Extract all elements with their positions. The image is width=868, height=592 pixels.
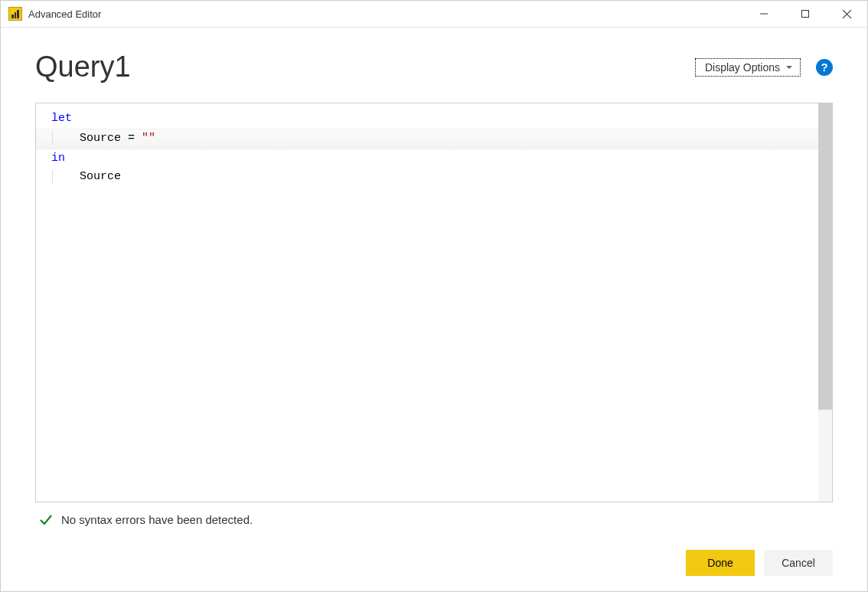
- code-editor[interactable]: letSource = ""inSource: [36, 103, 818, 502]
- code-line: in: [51, 149, 803, 168]
- app-icon: [8, 7, 22, 21]
- query-title: Query1: [35, 51, 131, 83]
- status-row: No syntax errors have been detected.: [35, 502, 833, 536]
- titlebar: Advanced Editor: [1, 1, 867, 28]
- minimize-icon: [759, 9, 768, 18]
- minimize-button[interactable]: [743, 1, 785, 27]
- code-line: Source = "": [36, 129, 818, 149]
- scrollbar-thumb[interactable]: [818, 103, 832, 410]
- chevron-down-icon: [786, 66, 792, 69]
- code-line: Source: [51, 168, 803, 187]
- code-line: let: [51, 110, 803, 129]
- close-button[interactable]: [826, 1, 867, 27]
- window-controls: [743, 1, 867, 27]
- close-icon: [842, 9, 852, 19]
- done-button[interactable]: Done: [686, 550, 755, 576]
- maximize-button[interactable]: [785, 1, 826, 27]
- maximize-icon: [801, 9, 810, 18]
- cancel-button[interactable]: Cancel: [764, 550, 833, 576]
- svg-rect-1: [802, 11, 809, 18]
- header-row: Query1 Display Options ?: [35, 51, 833, 83]
- display-options-dropdown[interactable]: Display Options: [695, 58, 801, 77]
- status-message: No syntax errors have been detected.: [61, 513, 253, 526]
- footer-buttons: Done Cancel: [35, 536, 833, 576]
- editor-container: letSource = ""inSource: [35, 103, 833, 502]
- help-button[interactable]: ?: [816, 59, 833, 76]
- scrollbar-track[interactable]: [818, 103, 832, 502]
- content-area: Query1 Display Options ? letSource = ""i…: [1, 28, 867, 591]
- window-title: Advanced Editor: [28, 8, 101, 20]
- checkmark-icon: [38, 512, 54, 527]
- display-options-label: Display Options: [705, 61, 780, 74]
